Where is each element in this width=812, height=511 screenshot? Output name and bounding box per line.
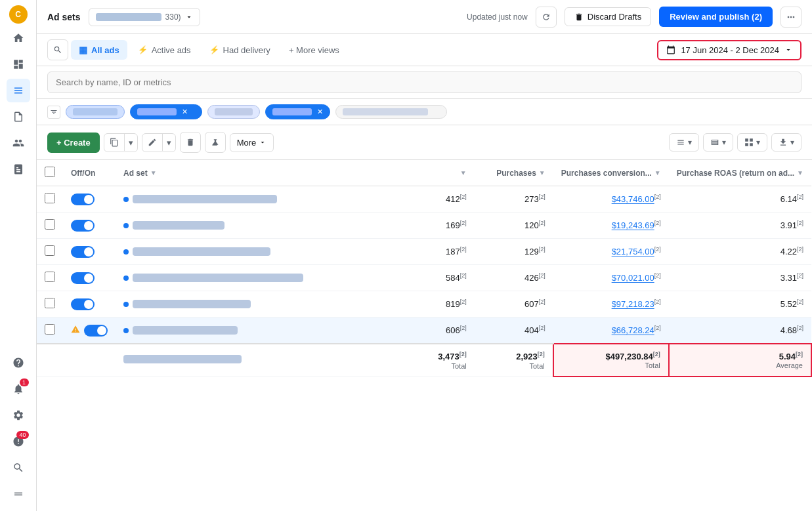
total-checkbox bbox=[37, 344, 63, 377]
calendar-icon bbox=[666, 45, 675, 54]
toggle-switch[interactable] bbox=[71, 246, 95, 258]
th-offon-label: Off/On bbox=[71, 169, 95, 178]
tab-more-views[interactable]: + More views bbox=[281, 41, 347, 60]
nav-item-ads[interactable] bbox=[7, 79, 30, 102]
experiment-button[interactable] bbox=[205, 132, 226, 153]
purchases-value: 273[2] bbox=[475, 186, 553, 213]
nav-item-search[interactable] bbox=[7, 456, 30, 480]
total-purchases: 2,923[2] Total bbox=[475, 344, 553, 377]
sort-icon-adset: ▼ bbox=[150, 169, 157, 176]
total-toggle bbox=[63, 344, 116, 377]
notification-badge: 1 bbox=[20, 378, 29, 386]
tab-all-ads[interactable]: ▦ All ads bbox=[71, 40, 127, 60]
filter-chip-2[interactable] bbox=[207, 105, 260, 119]
filter-chip-3[interactable] bbox=[335, 105, 447, 119]
nav-item-audience[interactable] bbox=[7, 131, 30, 155]
dropdown-count: 330) bbox=[165, 12, 181, 22]
toggle-cell bbox=[63, 291, 116, 317]
nav-item-help[interactable] bbox=[7, 351, 30, 375]
breakdown-icon bbox=[744, 138, 754, 147]
nav-item-reports[interactable] bbox=[7, 105, 30, 129]
publish-button[interactable]: Review and publish (2) bbox=[659, 7, 773, 27]
th-purchases: Purchases ▼ bbox=[475, 160, 553, 186]
filter-chip-1[interactable] bbox=[66, 105, 125, 119]
rows-view-button[interactable]: ▾ bbox=[703, 133, 733, 152]
filter-chip-selected[interactable]: ✕ bbox=[130, 104, 202, 119]
toggle-switch[interactable] bbox=[84, 325, 108, 337]
toggle-switch[interactable] bbox=[71, 298, 95, 310]
row-checkbox[interactable] bbox=[45, 219, 55, 230]
discard-drafts-button[interactable]: Discard Drafts bbox=[565, 7, 651, 26]
nav-item-more-tools[interactable] bbox=[7, 482, 30, 506]
row-checkbox[interactable] bbox=[45, 272, 55, 282]
table-row: 584[2]426[2]$70,021.00[2]3.31[2] bbox=[37, 265, 811, 291]
roas-value: 6.14[2] bbox=[669, 186, 811, 213]
col3-value: 169[2] bbox=[409, 213, 475, 239]
select-all-checkbox[interactable] bbox=[45, 167, 55, 177]
topbar-more-button[interactable] bbox=[780, 7, 801, 28]
adset-dropdown[interactable]: 330) bbox=[89, 8, 200, 26]
edit-button[interactable]: ▾ bbox=[142, 133, 176, 152]
more-actions-button[interactable]: More bbox=[230, 133, 274, 152]
nav-item-home[interactable] bbox=[7, 26, 30, 50]
duplicate-arrow-icon[interactable]: ▾ bbox=[125, 134, 137, 152]
tabs-bar: ▦ All ads ⚡ Active ads ⚡ Had delivery + … bbox=[37, 34, 812, 66]
tab-had-delivery[interactable]: ⚡ Had delivery bbox=[202, 41, 278, 60]
columns-view-button[interactable]: ▾ bbox=[669, 133, 699, 152]
tab-active-ads[interactable]: ⚡ Active ads bbox=[130, 41, 199, 60]
filter-chip-selected-2[interactable]: ✕ bbox=[265, 104, 330, 119]
row-checkbox[interactable] bbox=[45, 193, 55, 203]
toggle-switch[interactable] bbox=[71, 194, 95, 205]
col3-value: 412[2] bbox=[409, 186, 475, 213]
toggle-switch[interactable] bbox=[71, 220, 95, 232]
publish-label: Review and publish (2) bbox=[670, 12, 762, 22]
th-checkbox bbox=[37, 160, 63, 186]
create-button[interactable]: + Create bbox=[47, 133, 100, 153]
refresh-button[interactable] bbox=[536, 7, 557, 28]
tab-search-button[interactable] bbox=[47, 39, 68, 60]
chevron-down-icon bbox=[185, 13, 193, 21]
column-toggle-icon[interactable] bbox=[47, 106, 60, 119]
breakdown-button[interactable]: ▾ bbox=[737, 133, 767, 152]
purchases-value: 129[2] bbox=[475, 239, 553, 265]
th-purchases-label: Purchases bbox=[496, 169, 536, 178]
toggle-switch[interactable] bbox=[71, 272, 95, 284]
conversion-value: $43,746.00[2] bbox=[553, 186, 669, 213]
export-button[interactable]: ▾ bbox=[771, 133, 801, 152]
tab-active-ads-label: Active ads bbox=[152, 45, 191, 55]
duplicate-button[interactable]: ▾ bbox=[104, 133, 138, 152]
export-icon bbox=[779, 138, 788, 147]
total-col3: 3,473[2] Total bbox=[409, 344, 475, 377]
tab-had-delivery-icon: ⚡ bbox=[209, 45, 219, 54]
toggle-cell bbox=[63, 239, 116, 265]
row-checkbox[interactable] bbox=[45, 298, 55, 308]
row-checkbox[interactable] bbox=[45, 324, 55, 335]
table-wrap: Off/On Ad set ▼ ▼ bbox=[37, 160, 812, 511]
date-range-text: 17 Jun 2024 - 2 Dec 2024 bbox=[681, 45, 779, 55]
nav-item-settings[interactable] bbox=[7, 403, 30, 427]
tab-active-ads-icon: ⚡ bbox=[138, 45, 148, 54]
nav-item-dashboard[interactable] bbox=[7, 52, 30, 76]
adset-name bbox=[116, 265, 409, 291]
toggle-cell bbox=[63, 317, 116, 344]
th-adset-label: Ad set bbox=[123, 169, 148, 178]
search-icon bbox=[53, 45, 62, 54]
tab-more-views-label: + More views bbox=[289, 45, 339, 55]
search-input[interactable] bbox=[47, 72, 801, 93]
edit-arrow-icon[interactable]: ▾ bbox=[163, 134, 175, 152]
row-checkbox[interactable] bbox=[45, 245, 55, 256]
columns-icon bbox=[676, 138, 685, 147]
delete-button[interactable] bbox=[180, 132, 201, 153]
roas-value: 4.68[2] bbox=[669, 317, 811, 344]
tab-all-ads-icon: ▦ bbox=[79, 45, 87, 55]
th-conversion-label: Purchases conversion... bbox=[561, 169, 652, 178]
nav-item-alerts[interactable]: 40 bbox=[7, 430, 30, 453]
col3-value: 584[2] bbox=[409, 265, 475, 291]
date-range-button[interactable]: 17 Jun 2024 - 2 Dec 2024 bbox=[657, 40, 801, 60]
col3-value: 606[2] bbox=[409, 317, 475, 344]
nav-item-campaigns[interactable] bbox=[7, 157, 30, 181]
nav-item-notifications[interactable]: 1 bbox=[7, 377, 30, 401]
table-header-row: Off/On Ad set ▼ ▼ bbox=[37, 160, 811, 186]
nav-avatar[interactable]: C bbox=[9, 5, 28, 24]
sort-icon-conversion: ▼ bbox=[654, 169, 661, 176]
